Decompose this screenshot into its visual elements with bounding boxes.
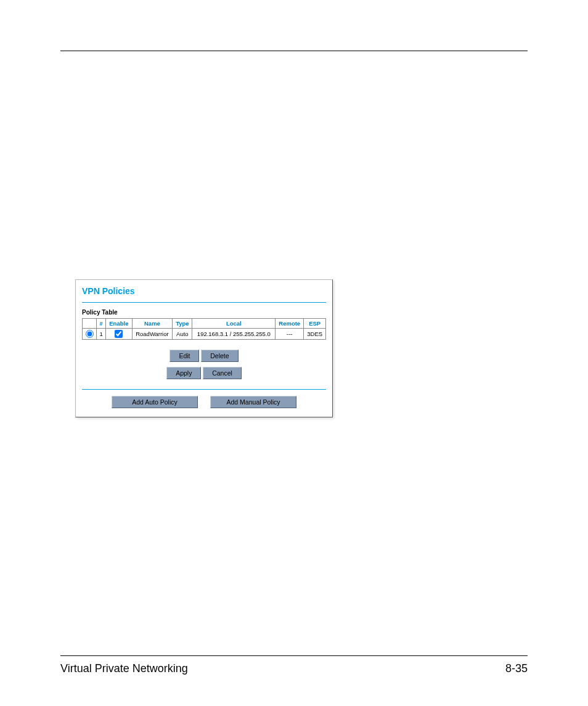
add-policy-row: Add Auto Policy Add Manual Policy: [82, 396, 326, 408]
table-row: 1 RoadWarrior Auto 192.168.3.1 / 255.255…: [83, 329, 326, 340]
footer-left: Virtual Private Networking: [60, 662, 188, 675]
row-select-radio[interactable]: [86, 330, 94, 338]
row-type-cell: Auto: [173, 329, 192, 340]
delete-button[interactable]: Delete: [201, 350, 238, 362]
col-name: Name: [132, 319, 173, 329]
footer-right: 8-35: [505, 662, 528, 675]
row-select-cell: [83, 329, 97, 340]
top-horizontal-rule: [60, 51, 528, 51]
bottom-horizontal-rule: [60, 655, 528, 656]
page-footer: Virtual Private Networking 8-35: [60, 655, 528, 675]
col-type: Type: [173, 319, 192, 329]
col-local: Local: [192, 319, 276, 329]
panel-title: VPN Policies: [82, 285, 326, 300]
row-name-cell: RoadWarrior: [132, 329, 173, 340]
cancel-button[interactable]: Cancel: [203, 367, 242, 379]
row-local-cell: 192.168.3.1 / 255.255.255.0: [192, 329, 276, 340]
col-num: #: [97, 319, 106, 329]
edit-button[interactable]: Edit: [169, 350, 199, 362]
col-remote: Remote: [276, 319, 304, 329]
apply-cancel-row: Apply Cancel: [82, 367, 326, 379]
policy-table-label: Policy Table: [82, 309, 326, 316]
divider: [82, 302, 326, 303]
divider: [82, 389, 326, 390]
row-esp-cell: 3DES: [304, 329, 326, 340]
row-enable-checkbox[interactable]: [115, 330, 123, 338]
vpn-policies-panel: VPN Policies Policy Table # Enable Name …: [75, 279, 333, 417]
edit-delete-row: Edit Delete: [82, 350, 326, 362]
col-esp: ESP: [304, 319, 326, 329]
row-enable-cell: [106, 329, 132, 340]
row-remote-cell: ---: [276, 329, 304, 340]
table-header-row: # Enable Name Type Local Remote ESP: [83, 319, 326, 329]
add-auto-policy-button[interactable]: Add Auto Policy: [112, 396, 198, 408]
col-select: [83, 319, 97, 329]
apply-button[interactable]: Apply: [166, 367, 201, 379]
policy-table: # Enable Name Type Local Remote ESP: [82, 318, 326, 340]
add-manual-policy-button[interactable]: Add Manual Policy: [210, 396, 296, 408]
row-num-cell: 1: [97, 329, 106, 340]
col-enable: Enable: [106, 319, 132, 329]
